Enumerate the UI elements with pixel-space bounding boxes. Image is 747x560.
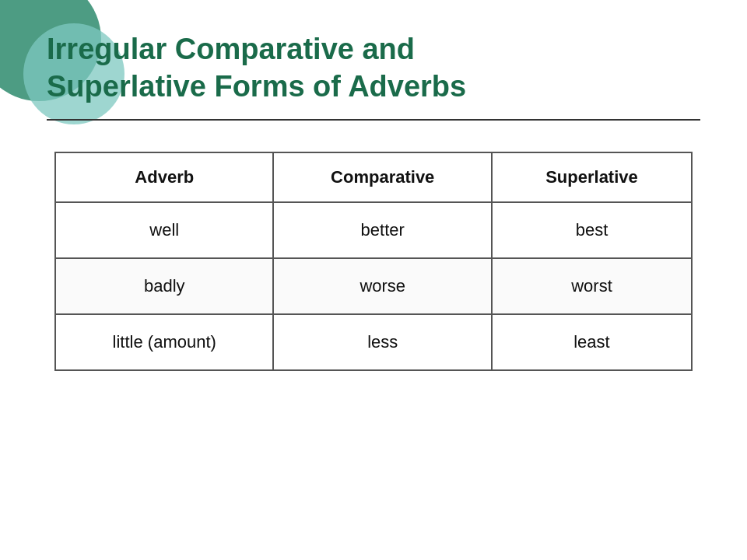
cell-superlative-1: best: [492, 202, 692, 258]
adverbs-table: Adverb Comparative Superlative well bett…: [54, 152, 693, 371]
cell-comparative-2: worse: [273, 258, 491, 314]
page-title: Irregular Comparative and Superlative Fo…: [47, 31, 700, 105]
col-header-comparative: Comparative: [273, 152, 491, 202]
cell-adverb-3: little (amount): [55, 314, 273, 370]
col-header-superlative: Superlative: [492, 152, 692, 202]
title-line2: Superlative Forms of Adverbs: [47, 70, 466, 103]
table-row: well better best: [55, 202, 692, 258]
table-row: badly worse worst: [55, 258, 692, 314]
main-content: Irregular Comparative and Superlative Fo…: [0, 0, 747, 402]
title-line1: Irregular Comparative and: [47, 33, 415, 65]
table-container: Adverb Comparative Superlative well bett…: [54, 152, 693, 371]
table-header-row: Adverb Comparative Superlative: [55, 152, 692, 202]
cell-comparative-1: better: [273, 202, 491, 258]
title-divider: [47, 119, 700, 121]
cell-adverb-2: badly: [55, 258, 273, 314]
cell-comparative-3: less: [273, 314, 491, 370]
col-header-adverb: Adverb: [55, 152, 273, 202]
cell-adverb-1: well: [55, 202, 273, 258]
cell-superlative-2: worst: [492, 258, 692, 314]
table-row: little (amount) less least: [55, 314, 692, 370]
cell-superlative-3: least: [492, 314, 692, 370]
